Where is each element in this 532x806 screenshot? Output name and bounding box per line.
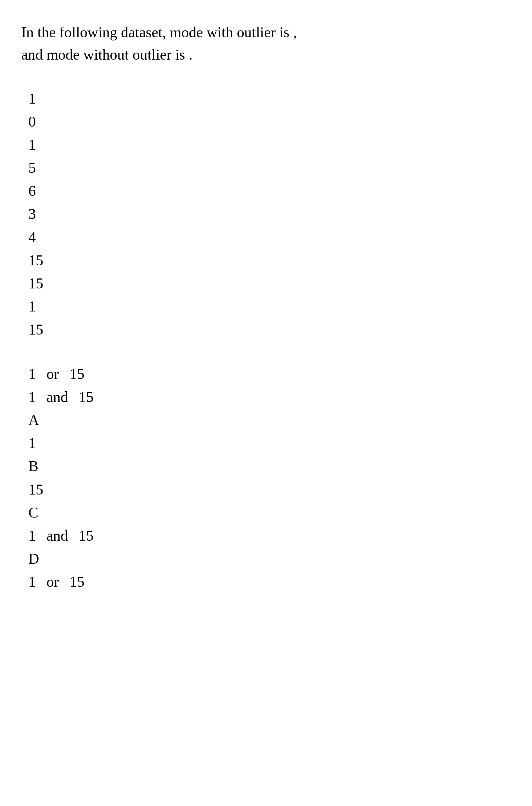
list-item: 4	[28, 226, 511, 249]
list-item: 0	[28, 110, 511, 133]
option-c-label: C	[28, 501, 511, 524]
choice-2-val: 15	[79, 386, 94, 409]
list-item: 1	[28, 87, 511, 110]
option-d-value: 1	[28, 570, 36, 594]
choice-1-num: 1	[28, 363, 36, 386]
dataset-list: 1 0 1 5 6 3 4 15 15 1 15	[21, 87, 511, 341]
question-line1: In the following dataset, mode with outl…	[21, 21, 511, 44]
list-item: 1	[28, 133, 511, 156]
option-c-value: 1	[28, 524, 36, 547]
option-b-label: B	[28, 455, 511, 478]
option-c-word: and	[46, 524, 68, 547]
list-item: 5	[28, 156, 511, 180]
option-d-word: or	[46, 570, 59, 594]
choice-2-word: and	[46, 386, 68, 409]
option-b-value: 15	[28, 478, 511, 501]
choice-2-num: 1	[28, 386, 36, 409]
choice-1-val: 15	[70, 363, 84, 386]
option-a-value: 1	[28, 432, 511, 455]
list-item: 3	[28, 203, 511, 226]
list-item: 15	[28, 318, 511, 341]
option-d-row: 1 or 15	[28, 570, 511, 594]
question-line2: and mode without outlier is .	[21, 44, 511, 66]
choice-row-2: 1 and 15	[28, 386, 511, 409]
choice-1-word: or	[46, 363, 59, 386]
list-item: 6	[28, 180, 511, 203]
choice-row-1: 1 or 15	[28, 363, 511, 386]
list-item: 15	[28, 249, 511, 272]
list-item: 15	[28, 272, 511, 295]
option-d-value2: 15	[70, 570, 84, 594]
option-c-row: 1 and 15	[28, 524, 511, 547]
question-block: In the following dataset, mode with outl…	[21, 21, 511, 66]
list-item: 1	[28, 295, 511, 318]
option-c-value2: 15	[79, 524, 94, 547]
options-section: 1 or 15 1 and 15 A 1 B 15 C 1 and 15 D 1…	[21, 363, 511, 594]
option-d-label: D	[28, 547, 511, 570]
option-a-label: A	[28, 409, 511, 432]
